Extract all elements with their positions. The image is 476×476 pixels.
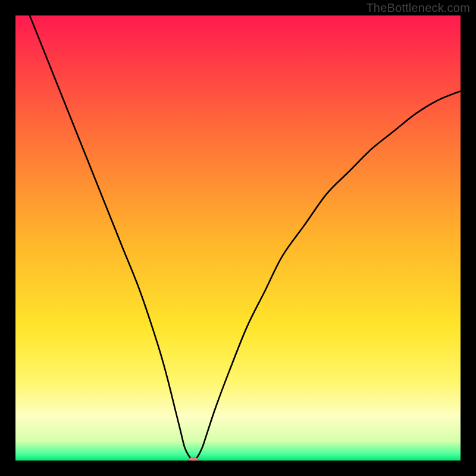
bottleneck-chart: [15, 15, 461, 461]
plot-area: [15, 15, 461, 461]
chart-frame: TheBottleneck.com: [0, 0, 476, 476]
watermark-text: TheBottleneck.com: [366, 1, 470, 15]
gradient-background: [15, 15, 461, 461]
